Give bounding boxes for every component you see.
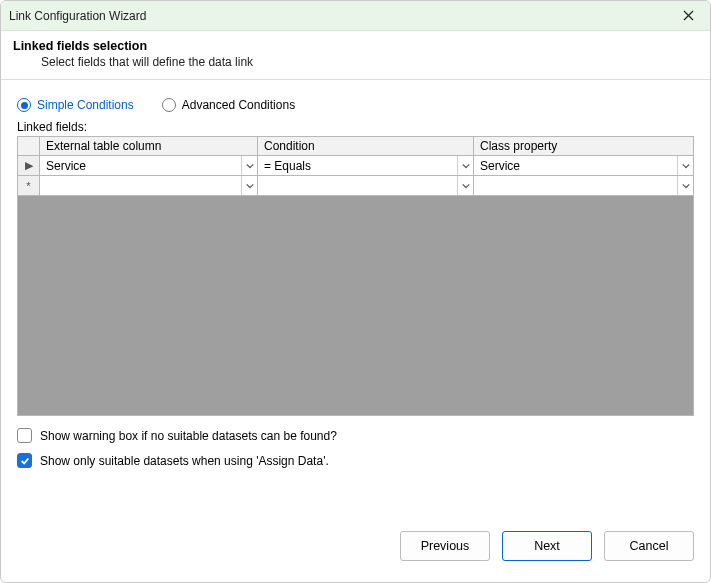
checkbox-label: Show only suitable datasets when using '… (40, 454, 329, 468)
options-area: Show warning box if no suitable datasets… (17, 428, 694, 468)
cell-value: Service (474, 159, 677, 173)
button-label: Cancel (630, 539, 669, 553)
window-title: Link Configuration Wizard (9, 9, 674, 23)
dropdown-toggle[interactable] (677, 156, 693, 175)
condition-mode-radios: Simple Conditions Advanced Conditions (17, 98, 694, 112)
button-label: Previous (421, 539, 470, 553)
cell-classprop-0[interactable]: Service (474, 156, 693, 175)
radio-advanced-label: Advanced Conditions (182, 98, 295, 112)
checkbox-box (17, 428, 32, 443)
chevron-down-icon (246, 162, 254, 170)
wizard-header: Linked fields selection Select fields th… (1, 31, 710, 80)
chevron-down-icon (462, 182, 470, 190)
cell-condition-0[interactable]: = Equals (258, 156, 474, 175)
cell-classprop-1[interactable] (474, 176, 693, 195)
page-title: Linked fields selection (13, 39, 698, 53)
check-icon (20, 456, 30, 466)
grid-corner (18, 137, 40, 155)
radio-dot-icon (162, 98, 176, 112)
row-marker[interactable]: ▶ (18, 156, 40, 175)
checkbox-label: Show warning box if no suitable datasets… (40, 429, 337, 443)
button-label: Next (534, 539, 560, 553)
checkbox-show-warning[interactable]: Show warning box if no suitable datasets… (17, 428, 694, 443)
cell-external-1[interactable] (40, 176, 258, 195)
dropdown-toggle[interactable] (241, 156, 257, 175)
dialog-window: Link Configuration Wizard Linked fields … (0, 0, 711, 583)
table-row: * (18, 176, 693, 196)
linked-fields-label: Linked fields: (17, 120, 694, 134)
checkbox-show-suitable[interactable]: Show only suitable datasets when using '… (17, 453, 694, 468)
dropdown-toggle[interactable] (457, 156, 473, 175)
previous-button[interactable]: Previous (400, 531, 490, 561)
chevron-down-icon (682, 182, 690, 190)
linked-fields-grid: External table column Condition Class pr… (17, 136, 694, 416)
chevron-down-icon (682, 162, 690, 170)
col-class-property[interactable]: Class property (474, 137, 693, 155)
cell-condition-1[interactable] (258, 176, 474, 195)
close-button[interactable] (674, 5, 702, 27)
close-icon (683, 10, 694, 21)
dropdown-toggle[interactable] (677, 176, 693, 195)
radio-dot-icon (17, 98, 31, 112)
radio-advanced-conditions[interactable]: Advanced Conditions (162, 98, 295, 112)
chevron-down-icon (246, 182, 254, 190)
cell-external-0[interactable]: Service (40, 156, 258, 175)
radio-simple-conditions[interactable]: Simple Conditions (17, 98, 134, 112)
radio-simple-label: Simple Conditions (37, 98, 134, 112)
dropdown-toggle[interactable] (457, 176, 473, 195)
col-external[interactable]: External table column (40, 137, 258, 155)
table-row: ▶ Service = Equals Service (18, 156, 693, 176)
col-condition[interactable]: Condition (258, 137, 474, 155)
next-button[interactable]: Next (502, 531, 592, 561)
cancel-button[interactable]: Cancel (604, 531, 694, 561)
content-area: Simple Conditions Advanced Conditions Li… (1, 80, 710, 522)
wizard-footer: Previous Next Cancel (1, 522, 710, 582)
grid-empty-area (18, 196, 693, 415)
cell-value: Service (40, 159, 241, 173)
cell-value: = Equals (258, 159, 457, 173)
checkbox-box (17, 453, 32, 468)
chevron-down-icon (462, 162, 470, 170)
grid-header-row: External table column Condition Class pr… (18, 137, 693, 156)
dropdown-toggle[interactable] (241, 176, 257, 195)
title-bar: Link Configuration Wizard (1, 1, 710, 31)
page-subtitle: Select fields that will define the data … (13, 55, 698, 69)
row-marker[interactable]: * (18, 176, 40, 195)
